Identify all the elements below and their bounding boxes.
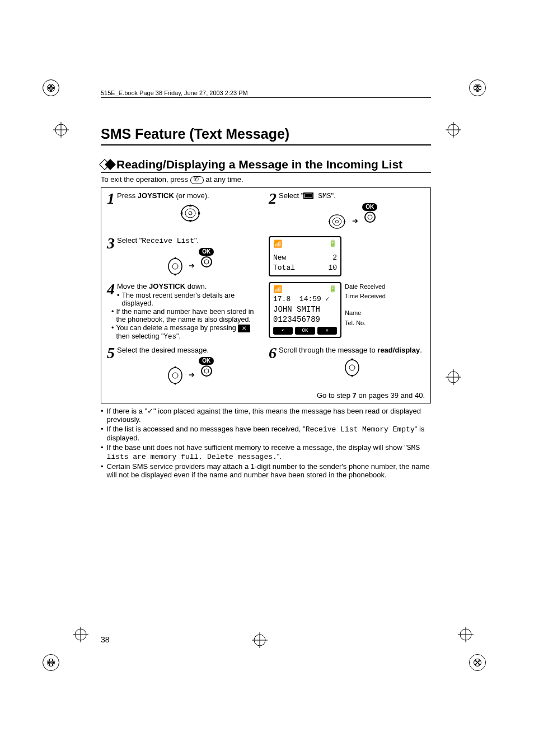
text: at any time.: [205, 175, 243, 184]
step-6: 6 Scroll through the message to read/dis…: [269, 346, 425, 387]
crop-ring-bl: [43, 654, 65, 677]
svg-point-18: [181, 205, 199, 221]
svg-point-29: [204, 260, 209, 264]
svg-point-25: [368, 215, 372, 219]
svg-point-21: [329, 215, 345, 228]
crop-ring-tl: [43, 79, 65, 102]
step-number: 4: [107, 282, 115, 296]
page-content: 515E_E.book Page 38 Friday, June 27, 200…: [101, 90, 431, 480]
screen-value: 10: [328, 263, 337, 273]
screen-label: Total: [273, 263, 295, 273]
text: Move the: [117, 282, 149, 290]
envelope-icon: [303, 192, 313, 199]
joystick-icon: [326, 212, 348, 232]
softkey-x-icon: ✕: [317, 327, 337, 335]
step-number: 6: [269, 346, 277, 360]
annotation: Tel. No.: [345, 318, 386, 328]
text: " icon placed against the time, this mea…: [107, 407, 421, 424]
joystick-vertical-icon: [166, 364, 184, 387]
page-number: 38: [101, 635, 110, 644]
step-4: 4 Move the JOYSTICK down. The most recen…: [107, 282, 263, 341]
screen-new-total: 📶🔋 New2 Total10: [269, 236, 425, 278]
annotation: Date Received: [345, 282, 386, 292]
text: Receive List: [142, 237, 194, 245]
ok-badge-icon: OK: [199, 357, 214, 365]
text: JOYSTICK: [138, 191, 174, 200]
reg-mark: [458, 627, 474, 642]
text: ".: [194, 236, 199, 245]
text: Receive List Memory Empty: [306, 425, 415, 434]
text: down.: [185, 282, 207, 290]
svg-point-26: [168, 259, 182, 274]
check-icon: ✓: [321, 295, 329, 303]
text: To exit the operation, press: [101, 175, 190, 184]
reg-mark: [446, 122, 461, 138]
crop-ring-br: [469, 654, 491, 677]
crop-ring-tr: [469, 79, 491, 102]
note-item: If the list is accessed and no messages …: [101, 425, 431, 442]
x-softkey-icon: ✕: [238, 325, 250, 332]
svg-point-28: [202, 257, 212, 267]
svg-point-30: [168, 368, 182, 383]
bullet-item: You can delete a message by pressing ✕ t…: [111, 324, 263, 341]
reg-mark: [73, 627, 88, 642]
check-icon: ✓: [147, 407, 153, 415]
center-button-icon: [200, 365, 213, 377]
svg-point-32: [202, 366, 212, 376]
antenna-icon: 📶: [273, 240, 282, 250]
text: Go to step: [317, 391, 353, 400]
diamond-bullet-icon: [101, 161, 114, 168]
reg-mark-bottom: [252, 632, 268, 648]
note-item: If the base unit does not have sufficien…: [101, 443, 431, 461]
screen-tel: 0123456789: [273, 314, 337, 325]
section-title: Reading/Displaying a Message in the Inco…: [101, 158, 431, 173]
text: Yes: [163, 333, 176, 341]
screen-name: JOHN SMITH: [273, 304, 337, 314]
reg-mark: [446, 369, 461, 385]
svg-point-20: [189, 212, 192, 215]
svg-point-24: [365, 212, 375, 222]
step-3: 3 Select "Receive List". ➔ OK: [107, 236, 263, 278]
svg-point-35: [349, 365, 355, 370]
text: Scroll through the message to: [279, 346, 377, 354]
svg-point-23: [335, 220, 338, 223]
screen-message-detail: 📶🔋 17.8 14:59 ✓ JOHN SMITH 0123456789 ↶ …: [269, 282, 425, 341]
center-button-icon: [363, 211, 377, 223]
screen-value: 2: [332, 253, 337, 263]
center-button-icon: [200, 256, 213, 268]
step-number: 5: [107, 346, 115, 360]
svg-point-27: [172, 264, 178, 269]
text: Press: [117, 191, 138, 200]
text: If the base unit does not have sufficien…: [107, 443, 407, 452]
step-1: 1 Press JOYSTICK (or move).: [107, 191, 263, 232]
joystick-vertical-icon: [166, 255, 184, 278]
text: SMS: [313, 192, 331, 200]
text: Select ": [117, 236, 142, 245]
ok-badge-icon: OK: [199, 248, 214, 256]
step-number: 2: [269, 191, 277, 205]
svg-point-34: [345, 360, 359, 375]
text: then selecting ": [116, 332, 163, 340]
text: on pages 39 and 40.: [357, 391, 425, 400]
text: ".: [277, 452, 282, 461]
note-item: If there is a "✓" icon placed against th…: [101, 407, 431, 424]
arrow-right-icon: ➔: [189, 370, 195, 379]
step-2: 2 Select " SMS". ➔ OK: [269, 191, 425, 232]
step-number: 3: [107, 236, 115, 250]
annotation: Time Received: [345, 292, 386, 302]
text: If the list is accessed and no messages …: [107, 425, 306, 433]
joystick-icon: [178, 202, 203, 224]
screen-annotations: Date Received Time Received Name Tel. No…: [345, 282, 386, 328]
text: (or move).: [174, 191, 209, 200]
text: Select the desired message.: [107, 346, 263, 354]
softkey-ok: OK: [295, 327, 315, 335]
ok-badge-icon: OK: [362, 203, 377, 211]
text: 7: [353, 391, 357, 400]
arrow-right-icon: ➔: [189, 261, 195, 270]
battery-icon: 🔋: [329, 285, 337, 295]
text: If there is a ": [107, 407, 148, 415]
goto-step: Go to step 7 on pages 39 and 40.: [107, 391, 425, 400]
svg-point-33: [204, 369, 209, 373]
antenna-icon: 📶: [273, 285, 282, 295]
step-number: 1: [107, 191, 115, 205]
